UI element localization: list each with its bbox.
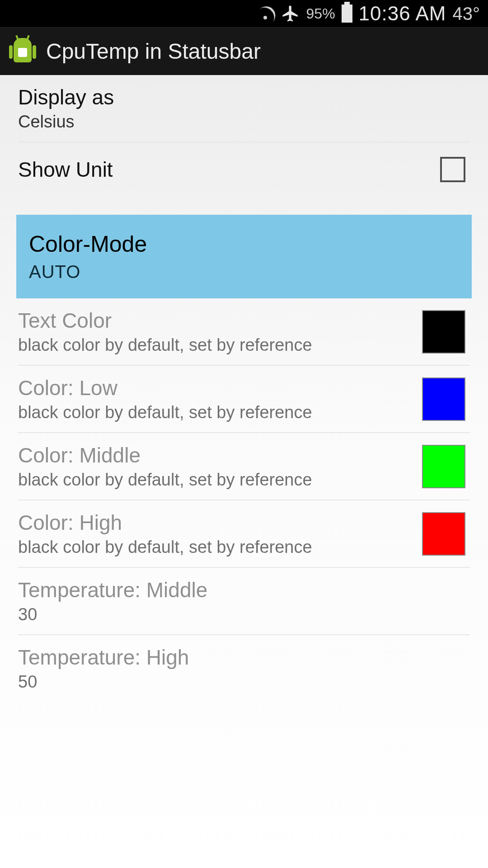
pref-display-as-value: Celsius — [18, 112, 470, 132]
pref-text-color-summary: black color by default, set by reference — [18, 335, 422, 355]
pref-color-mode-value: AUTO — [29, 262, 459, 282]
status-time: 10:36 AM — [359, 2, 446, 25]
pref-temp-high[interactable]: Temperature: High 50 — [18, 635, 470, 702]
pref-color-mode[interactable]: Color-Mode AUTO — [16, 215, 472, 298]
pref-temp-middle[interactable]: Temperature: Middle 30 — [18, 568, 470, 635]
color-high-swatch[interactable] — [422, 512, 465, 556]
pref-temp-high-title: Temperature: High — [18, 645, 470, 670]
status-temp: 43° — [453, 4, 480, 24]
battery-percent: 95% — [306, 5, 335, 22]
battery-icon — [342, 5, 352, 23]
pref-color-low-title: Color: Low — [18, 376, 422, 400]
pref-display-as[interactable]: Display as Celsius — [18, 75, 470, 142]
pref-color-mode-title: Color-Mode — [29, 231, 459, 257]
pref-color-middle-summary: black color by default, set by reference — [18, 470, 422, 490]
pref-text-color-title: Text Color — [18, 308, 422, 333]
pref-show-unit-title: Show Unit — [18, 157, 440, 182]
pref-color-low[interactable]: Color: Low black color by default, set b… — [18, 366, 470, 433]
airplane-icon — [281, 4, 300, 23]
wifi-icon — [256, 6, 275, 21]
action-bar: CpuTemp in Statusbar — [0, 27, 488, 75]
pref-color-low-summary: black color by default, set by reference — [18, 403, 422, 422]
pref-temp-high-value: 50 — [18, 672, 470, 692]
pref-text-color[interactable]: Text Color black color by default, set b… — [18, 298, 470, 366]
pref-temp-middle-value: 30 — [18, 605, 470, 624]
preferences-list: Display as Celsius Show Unit Color-Mode … — [0, 75, 488, 868]
pref-color-middle[interactable]: Color: Middle black color by default, se… — [18, 433, 470, 500]
app-icon — [10, 37, 35, 66]
show-unit-checkbox[interactable] — [440, 157, 465, 182]
pref-temp-middle-title: Temperature: Middle — [18, 578, 470, 602]
pref-display-as-title: Display as — [18, 85, 470, 109]
pref-color-high-title: Color: High — [18, 510, 422, 535]
color-low-swatch[interactable] — [422, 377, 465, 421]
pref-color-middle-title: Color: Middle — [18, 443, 422, 467]
text-color-swatch[interactable] — [422, 310, 465, 354]
pref-color-high[interactable]: Color: High black color by default, set … — [18, 500, 470, 568]
status-bar: 95% 10:36 AM 43° — [0, 0, 488, 27]
pref-color-high-summary: black color by default, set by reference — [18, 538, 422, 557]
pref-show-unit[interactable]: Show Unit — [18, 142, 470, 197]
color-middle-swatch[interactable] — [422, 445, 465, 488]
app-title: CpuTemp in Statusbar — [46, 39, 261, 64]
